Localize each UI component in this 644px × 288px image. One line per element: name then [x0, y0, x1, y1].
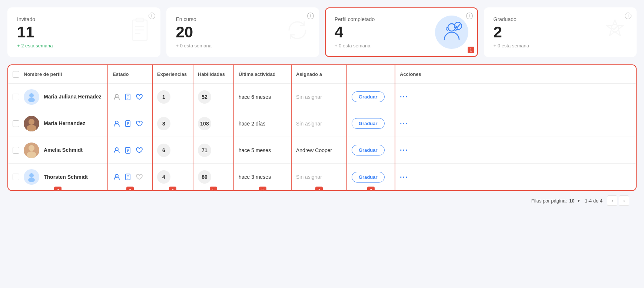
rows-per-page-select[interactable]: 10 ▼	[569, 198, 580, 204]
row2-nombre-cell: Maria Hernandez	[8, 110, 107, 137]
row1-asig-cell: Sin asignar	[292, 84, 346, 110]
row3-more-dots[interactable]: ···	[400, 146, 408, 154]
col-actividad: Última actividad hace 6 meses hace 2 día…	[234, 65, 292, 190]
row2-act-text: hace 2 días	[239, 121, 265, 127]
table-outer-wrap: Nombre de perfil Maria Juliana Hernadez …	[7, 64, 637, 218]
svg-marker-7	[607, 20, 623, 36]
row4-exp-badge: 4	[157, 170, 170, 184]
stat-en-curso-week: + 0 esta semana	[176, 43, 212, 48]
refresh-icon	[285, 18, 309, 47]
svg-point-16	[27, 151, 36, 158]
status-doc-icon-row1	[124, 93, 132, 101]
profiles-table: Nombre de perfil Maria Juliana Hernadez …	[7, 64, 637, 191]
info-icon-invitado[interactable]: i	[149, 13, 155, 19]
row1-more-dots[interactable]: ···	[400, 93, 408, 101]
stat-en-curso-number: 20	[176, 24, 212, 40]
row3-graduar-cell: Graduar	[347, 137, 395, 164]
row1-exp-badge: 1	[157, 90, 170, 104]
stat-perfil-label: Perfil completado	[335, 16, 375, 22]
row2-asig-text: Sin asignar	[296, 121, 322, 127]
stat-invitado-number: 11	[17, 24, 53, 40]
status-profile-icon-row2	[113, 120, 121, 128]
section-badge-2: 2	[54, 187, 62, 191]
section-badge-6: 6	[259, 187, 266, 191]
stats-row: Invitado 11 + 2 esta semana i En curso 2…	[7, 7, 637, 57]
row4-status-icons	[113, 173, 143, 181]
row1-name: Maria Juliana Hernadez	[44, 93, 102, 100]
row4-checkbox[interactable]	[13, 174, 19, 180]
col-habilidades: Habilidades 52 108 71 80 5	[193, 65, 234, 190]
row1-estado-cell	[108, 84, 152, 110]
next-page-btn[interactable]: ›	[619, 195, 629, 206]
select-all-checkbox[interactable]	[13, 71, 19, 78]
row3-checkbox[interactable]	[13, 147, 19, 154]
row2-exp-cell: 8	[153, 110, 193, 137]
svg-point-17	[29, 173, 34, 178]
col-nombre: Nombre de perfil Maria Juliana Hernadez …	[8, 65, 108, 190]
info-icon-graduado[interactable]: i	[625, 13, 631, 19]
section-badge-7: 7	[315, 187, 323, 191]
status-profile-icon-row4	[113, 173, 121, 181]
stat-perfil-week: + 0 esta semana	[335, 43, 375, 48]
row4-more-dots[interactable]: ···	[400, 173, 408, 181]
row2-avatar	[24, 116, 39, 131]
stat-perfil-left: Perfil completado 4 + 0 esta semana	[335, 16, 375, 48]
svg-point-15	[29, 145, 34, 151]
svg-point-9	[29, 93, 34, 98]
row3-status-icons	[113, 146, 143, 154]
stat-graduado-number: 2	[494, 24, 529, 40]
row1-graduar-btn[interactable]: Graduar	[352, 91, 385, 102]
rows-per-page-section: Filas por página: 10 ▼	[531, 198, 581, 204]
row4-name: Thorsten Schmidt	[44, 174, 88, 180]
table-footer: Filas por página: 10 ▼ 1-4 de 4 ‹ ›	[7, 191, 637, 210]
info-icon-en-curso[interactable]: i	[307, 13, 314, 19]
stat-en-curso-left: En curso 20 + 0 esta semana	[176, 16, 212, 48]
col-asignado-header: Asignado a	[292, 65, 346, 84]
col-nombre-header: Nombre de perfil	[8, 65, 107, 84]
row4-graduar-btn[interactable]: Graduar	[352, 172, 385, 182]
section-badge-8: 8	[367, 187, 375, 191]
col-acciones-btn-header	[347, 65, 395, 84]
row3-asig-cell: Andrew Cooper	[292, 137, 346, 164]
info-icon-perfil[interactable]: i	[466, 13, 473, 19]
row1-checkbox[interactable]	[13, 94, 19, 100]
row4-hab-badge: 80	[198, 170, 211, 184]
prev-page-btn[interactable]: ‹	[607, 195, 617, 206]
col-habilidades-header: Habilidades	[193, 65, 233, 84]
row1-act-text: hace 6 meses	[239, 94, 271, 100]
row4-avatar	[24, 169, 39, 185]
row1-graduar-cell: Graduar	[347, 84, 395, 110]
row2-graduar-cell: Graduar	[347, 110, 395, 137]
row1-avatar	[24, 89, 39, 105]
row2-dots-cell: ···	[395, 110, 636, 137]
row3-dots-cell: ···	[395, 137, 636, 164]
row1-status-icons	[113, 93, 143, 101]
profile-check-icon	[435, 16, 468, 49]
col-acciones-header: Acciones	[395, 65, 636, 84]
status-heart-icon-row2	[135, 120, 143, 128]
row3-avatar	[24, 143, 39, 158]
row4-asig-text: Sin asignar	[296, 174, 322, 180]
row1-asig-text: Sin asignar	[296, 94, 322, 100]
status-heart-icon-row1	[135, 93, 143, 101]
row2-checkbox[interactable]	[13, 120, 19, 127]
row3-graduar-btn[interactable]: Graduar	[352, 145, 385, 155]
stat-en-curso-label: En curso	[176, 16, 212, 22]
row2-hab-badge: 108	[198, 117, 211, 130]
stat-card-perfil-completado: Perfil completado 4 + 0 esta semana	[325, 7, 478, 57]
certified-icon	[603, 18, 627, 47]
stat-perfil-badge: 1	[468, 47, 474, 53]
stat-card-invitado: Invitado 11 + 2 esta semana i	[7, 7, 160, 57]
stat-invitado-week: + 2 esta semana	[17, 43, 53, 48]
status-doc-icon-row3	[124, 146, 132, 154]
row2-asig-cell: Sin asignar	[292, 110, 346, 137]
row2-graduar-btn[interactable]: Graduar	[352, 118, 385, 129]
row2-name: Maria Hernandez	[44, 120, 85, 127]
row3-asig-text: Andrew Cooper	[296, 147, 332, 153]
row2-act-cell: hace 2 días	[234, 110, 291, 137]
row4-act-text: hace 3 meses	[239, 174, 271, 180]
svg-point-10	[28, 98, 35, 102]
row2-more-dots[interactable]: ···	[400, 119, 408, 128]
row1-act-cell: hace 6 meses	[234, 84, 291, 110]
row3-exp-badge: 6	[157, 144, 170, 157]
